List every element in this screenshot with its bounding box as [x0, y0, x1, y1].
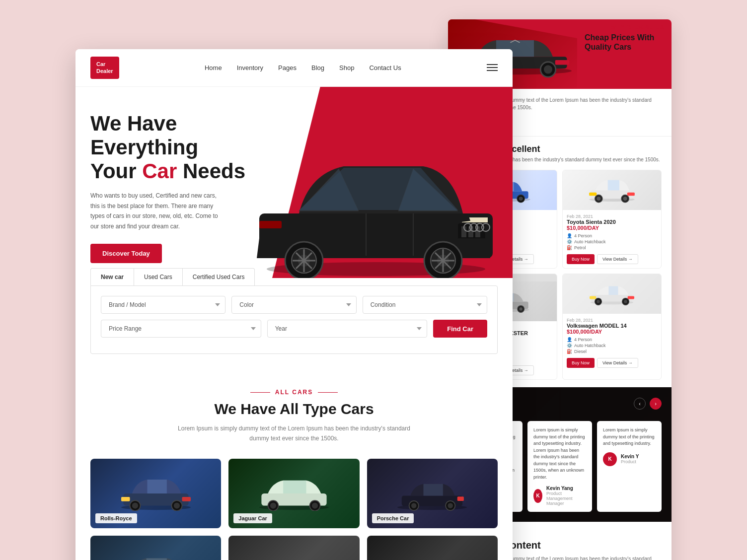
gallery-item-bugati[interactable]: Bugati Car: [367, 536, 498, 560]
gallery-label-rolls-royce: Rolls-Royce: [95, 513, 137, 523]
car-date-2: Feb 28, 2021: [567, 214, 657, 219]
hero-car-image: [244, 139, 508, 278]
car-price-4: $100,000/DAY: [567, 329, 657, 335]
svg-point-31: [597, 300, 600, 303]
view-detail-btn-2[interactable]: View Details →: [597, 254, 638, 264]
car-persons-4: 👤 4 Person: [567, 337, 657, 342]
buy-now-btn-4[interactable]: Buy Now: [567, 358, 595, 368]
hamburger-menu[interactable]: [487, 64, 498, 71]
audi-car-svg: [244, 139, 508, 278]
view-detail-btn-4[interactable]: View Details →: [597, 358, 638, 368]
car-meta-4: 👤 4 Person ⚙️ Auto Hatchback ⛽ Diesel: [567, 337, 657, 354]
gallery-item-rolls-royce[interactable]: Rolls-Royce: [90, 459, 221, 528]
nav-blog[interactable]: Blog: [311, 64, 324, 71]
main-nav: Home Inventory Pages Blog Shop Contact U…: [205, 64, 401, 71]
nav-contact[interactable]: Contact Us: [369, 64, 401, 71]
testimonial-author-2: K Kevin Yang Product Management Manager: [533, 486, 586, 506]
svg-rect-20: [589, 192, 597, 196]
buy-now-btn-2[interactable]: Buy Now: [567, 254, 595, 264]
svg-rect-35: [628, 296, 634, 299]
testimonial-2: Lorem Ipsum is simply dummy text of the …: [527, 421, 592, 512]
hero-section: We Have Everything Your Car Needs Who wa…: [75, 87, 513, 278]
price-range-select[interactable]: Price Range: [101, 320, 261, 338]
svg-point-88: [448, 503, 453, 508]
svg-point-86: [411, 503, 417, 508]
all-cars-label: All Cars: [90, 389, 498, 396]
svg-rect-48: [468, 226, 473, 237]
svg-point-72: [132, 502, 138, 508]
logo: Car Dealer: [90, 57, 119, 79]
svg-point-33: [624, 300, 627, 303]
gallery-bg-5: [228, 536, 359, 560]
main-card: Car Dealer Home Inventory Pages Blog Sho…: [75, 49, 513, 560]
gallery-item-porsche[interactable]: Porsche Car: [367, 459, 498, 528]
author-avatar-2: K: [533, 489, 542, 503]
search-box: Brand / Model Color Condition Price Rang…: [90, 285, 498, 354]
author-role-3: Product: [621, 459, 639, 464]
svg-rect-89: [457, 496, 464, 501]
car-2-svg: [587, 177, 637, 204]
gallery-item-jaguar[interactable]: Jaguar Car: [228, 459, 359, 528]
gallery-bg-4: [90, 536, 221, 560]
author-info-3: Kevin Y Product: [621, 454, 639, 464]
nav-inventory[interactable]: Inventory: [237, 64, 263, 71]
discover-today-button[interactable]: Discover Today: [90, 244, 162, 263]
tab-used-cars[interactable]: Used Cars: [134, 269, 183, 285]
car-card-4: Feb 28, 2021 Volkswagen MODEL 14 $100,00…: [562, 274, 662, 380]
tab-certified-used[interactable]: Certified Used Cars: [183, 269, 255, 285]
car-card-2: Feb 28, 2021 Toyota Sienta 2020 $10,000/…: [562, 170, 662, 269]
color-select[interactable]: Color: [231, 296, 356, 314]
nav-pages[interactable]: Pages: [278, 64, 297, 71]
rolls-royce-svg: [116, 476, 196, 511]
nav-shop[interactable]: Shop: [339, 64, 354, 71]
svg-point-74: [174, 502, 180, 508]
nav-home[interactable]: Home: [205, 64, 222, 71]
porsche-svg: [392, 476, 472, 511]
car-4-svg: [587, 281, 637, 306]
bugati-svg: [392, 553, 472, 560]
search-tabs: New car Used Cars Certified Used Cars: [90, 268, 255, 285]
author-info-2: Kevin Yang Product Management Manager: [546, 486, 586, 506]
svg-rect-76: [182, 497, 191, 501]
svg-point-5: [544, 65, 552, 73]
car-transmission-4: ⚙️ Auto Hatchback: [567, 343, 657, 348]
svg-rect-34: [590, 296, 596, 299]
prev-arrow[interactable]: ‹: [634, 398, 646, 410]
testimonial-text-2: Lorem Ipsum is simply dummy text of the …: [533, 427, 586, 481]
jaguar-svg: [254, 476, 334, 511]
hero-description: Who wants to buy used, Certified and new…: [90, 191, 220, 231]
svg-rect-7: [555, 60, 570, 64]
brand-model-select[interactable]: Brand / Model: [101, 296, 225, 314]
hamburger-line-1: [487, 64, 498, 65]
next-arrow[interactable]: ›: [650, 398, 662, 410]
svg-point-82: [312, 502, 318, 508]
gallery-label-porsche: Porsche Car: [372, 513, 414, 523]
search-row-2: Price Range Year Find Car: [101, 320, 487, 338]
back-card-title: Cheap Prices With Quality Cars: [585, 33, 664, 52]
hamburger-line-2: [487, 67, 498, 68]
testimonial-3: Lorem Ipsum is simply dummy text of the …: [597, 421, 662, 512]
author-name-3: Kevin Y: [621, 454, 639, 459]
svg-point-27: [519, 307, 523, 311]
year-select[interactable]: Year: [267, 320, 428, 338]
hamburger-line-3: [487, 70, 498, 71]
testimonial-text-3: Lorem Ipsum is simply dummy text of the …: [603, 427, 656, 447]
svg-rect-54: [259, 221, 282, 228]
car-name-4: Volkswagen MODEL 14: [567, 323, 657, 329]
find-car-button[interactable]: Find Car: [433, 320, 487, 338]
all-cars-section: All Cars We Have All Type Cars Lorem Ips…: [75, 369, 513, 560]
condition-select[interactable]: Condition: [363, 296, 487, 314]
car-actions-4: Buy Now View Details →: [567, 358, 657, 368]
tab-new-car[interactable]: New car: [91, 269, 134, 285]
car-name-2: Toyota Sienta 2020: [567, 219, 657, 225]
jeep-svg: [254, 553, 334, 560]
header: Car Dealer Home Inventory Pages Blog Sho…: [75, 49, 513, 87]
gallery-item-jeep[interactable]: JEEP: [228, 536, 359, 560]
svg-point-13: [519, 197, 523, 201]
car-date-4: Feb 28, 2021: [567, 318, 657, 323]
car-actions-2: Buy Now View Details →: [567, 254, 657, 264]
nav-arrows: ‹ ›: [634, 398, 662, 410]
search-section: New car Used Cars Certified Used Cars Br…: [75, 268, 513, 369]
car-card-body-4: Feb 28, 2021 Volkswagen MODEL 14 $100,00…: [563, 314, 661, 372]
gallery-item-bmw[interactable]: BMW Car: [90, 536, 221, 560]
